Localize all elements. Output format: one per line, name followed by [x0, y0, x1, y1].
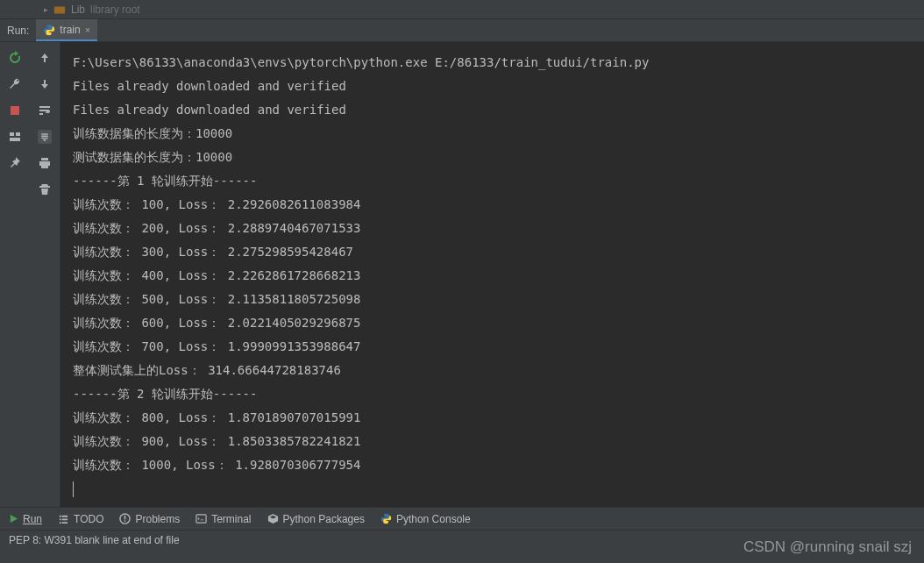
python-icon — [380, 513, 392, 524]
console-line: 训练次数： 1000, Loss： 1.928070306777954 — [73, 453, 912, 477]
console-line: 训练次数： 400, Loss： 2.2262861728668213 — [73, 264, 912, 288]
python-file-icon — [43, 24, 55, 36]
trash-icon[interactable] — [38, 182, 52, 196]
terminal-tool-button[interactable]: Terminal — [195, 513, 251, 525]
terminal-tool-label: Terminal — [211, 513, 251, 525]
chevron-right-icon: ▸ — [44, 5, 48, 14]
svg-rect-0 — [54, 6, 65, 13]
svg-rect-8 — [196, 515, 206, 523]
lib-name: Lib — [71, 4, 85, 16]
todo-tool-button[interactable]: TODO — [58, 513, 103, 525]
watermark: CSDN @running snail szj — [743, 538, 912, 556]
console-line: 训练次数： 700, Loss： 1.9990991353988647 — [73, 335, 912, 359]
todo-tool-label: TODO — [74, 513, 103, 525]
console-line: 训练次数： 200, Loss： 2.2889740467071533 — [73, 217, 912, 240]
console-line: 训练次数： 100, Loss： 2.2926082611083984 — [73, 193, 912, 217]
console-line: ------第 2 轮训练开始------ — [73, 382, 912, 406]
console-line: 测试数据集的长度为：10000 — [73, 146, 912, 169]
tool-windows-bar: Run TODO Problems Terminal Python Packag… — [0, 507, 924, 530]
svg-rect-7 — [124, 520, 125, 521]
svg-rect-1 — [11, 106, 19, 115]
console-line: 训练次数： 500, Loss： 2.1135811805725098 — [73, 288, 912, 311]
console-line: 整体测试集上的Loss： 314.66644728183746 — [73, 359, 912, 382]
print-icon[interactable] — [38, 156, 52, 170]
lib-tag: library root — [90, 4, 140, 16]
pin-icon[interactable] — [8, 156, 22, 170]
rerun-icon[interactable] — [8, 51, 22, 65]
layout-icon[interactable] — [8, 130, 22, 144]
pyconsole-tool-label: Python Console — [396, 513, 471, 525]
console-line: F:\Users\86133\anaconda3\envs\pytorch\py… — [73, 51, 912, 75]
console-line: 训练数据集的长度为：10000 — [73, 122, 912, 146]
svg-rect-2 — [10, 132, 14, 136]
stop-icon[interactable] — [8, 103, 22, 118]
project-tree-bar: ▸ Lib library root — [0, 0, 924, 19]
pyconsole-tool-button[interactable]: Python Console — [380, 513, 471, 525]
run-tool-button[interactable]: Run — [9, 513, 42, 525]
problems-tool-label: Problems — [135, 513, 180, 525]
scroll-to-end-icon[interactable] — [38, 130, 52, 144]
output-actions-column — [30, 42, 60, 507]
console-line: ------第 1 轮训练开始------ — [73, 169, 912, 193]
console-line: Files already downloaded and verified — [73, 75, 912, 98]
run-tool-header: Run: train × — [0, 19, 924, 42]
status-message: PEP 8: W391 blank line at end of file — [9, 534, 180, 546]
packages-tool-button[interactable]: Python Packages — [267, 513, 365, 525]
console-line: 训练次数： 900, Loss： 1.8503385782241821 — [73, 430, 912, 453]
lib-node[interactable]: ▸ Lib library root — [44, 4, 140, 16]
svg-rect-3 — [16, 132, 20, 136]
run-tool-body: F:\Users\86133\anaconda3\envs\pytorch\py… — [0, 42, 924, 507]
todo-icon — [58, 513, 69, 524]
terminal-icon — [195, 513, 207, 524]
run-tab-label: train — [60, 24, 80, 36]
run-tool-label: Run — [23, 513, 42, 525]
console-line: 训练次数： 800, Loss： 1.8701890707015991 — [73, 406, 912, 430]
folder-icon — [53, 4, 66, 16]
run-label: Run: — [0, 25, 36, 37]
svg-rect-4 — [10, 138, 20, 141]
close-icon[interactable]: × — [85, 25, 90, 35]
down-arrow-icon[interactable] — [38, 77, 52, 91]
packages-tool-label: Python Packages — [283, 513, 365, 525]
run-tab-train[interactable]: train × — [36, 19, 97, 41]
packages-icon — [267, 513, 279, 524]
wrench-icon[interactable] — [8, 77, 22, 91]
console-line: Files already downloaded and verified — [73, 98, 912, 122]
run-actions-column — [0, 42, 30, 507]
console-output[interactable]: F:\Users\86133\anaconda3\envs\pytorch\py… — [60, 42, 924, 507]
console-line: 训练次数： 300, Loss： 2.275298595428467 — [73, 240, 912, 264]
soft-wrap-icon[interactable] — [38, 103, 52, 118]
problems-tool-button[interactable]: Problems — [119, 513, 180, 525]
problems-icon — [119, 513, 131, 524]
svg-rect-6 — [124, 516, 125, 520]
play-icon — [9, 514, 18, 524]
console-line: 训练次数： 600, Loss： 2.0221405029296875 — [73, 311, 912, 335]
up-arrow-icon[interactable] — [38, 51, 52, 65]
